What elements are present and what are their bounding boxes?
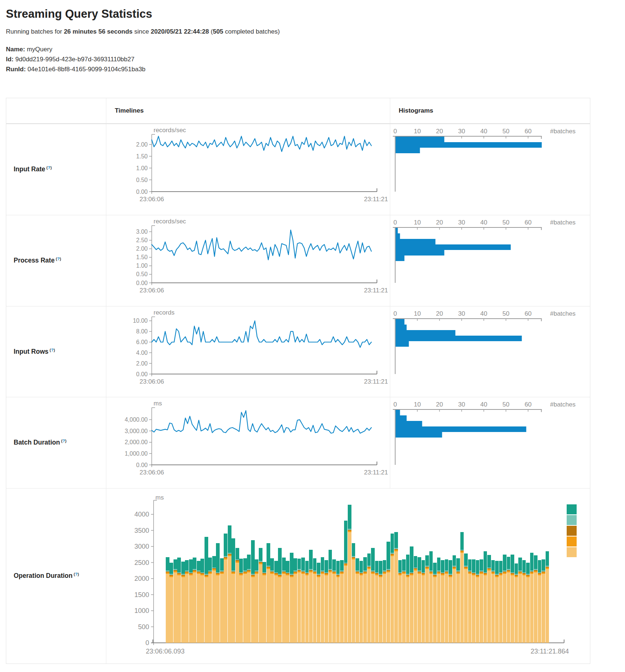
running-summary: Running batches for 26 minutes 56 second…: [6, 28, 619, 35]
svg-text:1.00: 1.00: [136, 165, 148, 171]
svg-text:2.00: 2.00: [136, 246, 148, 252]
svg-text:0.00: 0.00: [136, 371, 148, 377]
svg-text:40: 40: [480, 219, 487, 226]
svg-text:23:06:06: 23:06:06: [140, 287, 164, 294]
help-icon[interactable]: (?): [56, 257, 61, 261]
legend-swatch: [567, 547, 577, 557]
svg-text:40: 40: [480, 401, 487, 408]
svg-text:30: 30: [458, 128, 465, 135]
svg-text:0.00: 0.00: [136, 462, 148, 468]
svg-text:2,000.00: 2,000.00: [125, 439, 148, 445]
svg-text:0.00: 0.00: [136, 189, 148, 195]
statistics-table: Timelines Histograms Input Rate(?) recor…: [6, 98, 590, 664]
row-label-input-rate: Input Rate(?): [6, 124, 106, 215]
svg-text:500: 500: [138, 623, 149, 631]
process-rate-label: Process Rate: [14, 257, 55, 264]
running-mid: since: [133, 28, 151, 35]
svg-text:0: 0: [394, 401, 397, 408]
svg-text:2000: 2000: [134, 575, 149, 582]
batch-duration-histogram-chart: 0102030405060#batches: [390, 397, 590, 488]
query-runid-label: RunId:: [6, 66, 26, 73]
help-icon[interactable]: (?): [49, 348, 55, 352]
help-icon[interactable]: (?): [47, 165, 52, 170]
svg-text:60: 60: [525, 310, 532, 317]
svg-text:ms: ms: [155, 494, 164, 501]
svg-text:0: 0: [394, 128, 397, 135]
svg-text:1.50: 1.50: [136, 254, 148, 260]
svg-text:ms: ms: [154, 400, 162, 407]
svg-text:23:11:21: 23:11:21: [364, 196, 388, 203]
svg-text:30: 30: [458, 219, 465, 226]
legend-swatch: [567, 504, 577, 514]
batch-duration-timeline-chart: ms4,000.003,000.002,000.001,000.000.0023…: [106, 397, 390, 488]
svg-text:3,000.00: 3,000.00: [125, 428, 148, 434]
svg-text:23:06:06: 23:06:06: [140, 378, 164, 385]
svg-text:8.00: 8.00: [136, 328, 148, 335]
svg-text:0: 0: [394, 219, 397, 226]
running-suffix: completed batches): [223, 28, 280, 35]
svg-text:40: 40: [480, 310, 487, 317]
svg-text:0: 0: [394, 310, 397, 317]
svg-text:1000: 1000: [134, 607, 149, 614]
svg-text:50: 50: [502, 219, 509, 226]
operation-duration-legend: [567, 504, 577, 558]
svg-text:4000: 4000: [134, 511, 149, 518]
svg-text:2.50: 2.50: [136, 237, 148, 243]
svg-text:23:11:21: 23:11:21: [364, 287, 388, 294]
row-label-batch-duration: Batch Duration(?): [6, 397, 106, 488]
svg-text:1.50: 1.50: [136, 153, 148, 160]
svg-text:10: 10: [414, 219, 421, 226]
row-label-operation-duration: Operation Duration(?): [6, 488, 106, 664]
input-rows-label: Input Rows: [14, 348, 48, 355]
help-icon[interactable]: (?): [61, 439, 66, 443]
svg-text:10: 10: [414, 401, 421, 408]
svg-text:#batches: #batches: [550, 128, 576, 135]
svg-text:#batches: #batches: [550, 219, 576, 226]
svg-text:20: 20: [436, 128, 443, 135]
query-name-row: Name: myQuery: [6, 44, 619, 54]
process-rate-timeline-chart: records/sec3.002.502.001.501.000.500.002…: [106, 215, 390, 306]
svg-text:#batches: #batches: [550, 310, 576, 317]
svg-text:60: 60: [525, 219, 532, 226]
svg-text:2.00: 2.00: [136, 360, 148, 367]
svg-text:1500: 1500: [134, 591, 149, 599]
svg-text:records/sec: records/sec: [154, 218, 186, 225]
row-label-process-rate: Process Rate(?): [6, 215, 106, 306]
svg-text:40: 40: [480, 128, 487, 135]
operation-duration-chart: ms4000350030002500200015001000500023:06:…: [106, 488, 590, 664]
svg-text:6.00: 6.00: [136, 339, 148, 345]
svg-text:20: 20: [436, 310, 443, 317]
legend-swatch: [567, 536, 577, 546]
svg-text:0.50: 0.50: [136, 177, 148, 183]
svg-text:3.00: 3.00: [136, 229, 148, 235]
svg-text:4,000.00: 4,000.00: [125, 416, 148, 423]
svg-text:23:06:06: 23:06:06: [140, 196, 164, 203]
svg-text:records: records: [154, 309, 175, 316]
header-empty-cell: [6, 98, 106, 124]
svg-text:60: 60: [525, 401, 532, 408]
svg-text:0.00: 0.00: [136, 280, 148, 286]
input-rate-timeline-chart: records/sec2.001.501.000.500.0023:06:062…: [106, 124, 390, 215]
svg-text:10: 10: [414, 310, 421, 317]
svg-text:20: 20: [436, 401, 443, 408]
query-runid-row: RunId: 04e101e6-8bf8-4165-9099-9104c951b…: [6, 64, 619, 74]
svg-text:20: 20: [436, 219, 443, 226]
svg-text:50: 50: [502, 401, 509, 408]
page-title: Streaming Query Statistics: [6, 7, 619, 21]
running-paren: (: [209, 28, 213, 35]
svg-text:#batches: #batches: [550, 401, 576, 408]
running-duration: 26 minutes 56 seconds: [64, 28, 133, 35]
operation-duration-label: Operation Duration: [14, 572, 72, 580]
svg-text:10: 10: [414, 128, 421, 135]
svg-text:10.00: 10.00: [133, 318, 148, 324]
svg-text:3000: 3000: [134, 543, 149, 550]
svg-text:60: 60: [525, 128, 532, 135]
process-rate-histogram-chart: 0102030405060#batches: [390, 215, 590, 306]
help-icon[interactable]: (?): [73, 572, 79, 576]
query-name-label: Name:: [6, 46, 25, 53]
query-name-value: myQuery: [27, 46, 52, 53]
query-metadata: Name: myQuery Id: 9d0dd219-995d-423e-b97…: [6, 44, 619, 74]
running-prefix: Running batches for: [6, 28, 64, 35]
svg-text:1.00: 1.00: [136, 263, 148, 269]
svg-text:0: 0: [145, 639, 149, 647]
